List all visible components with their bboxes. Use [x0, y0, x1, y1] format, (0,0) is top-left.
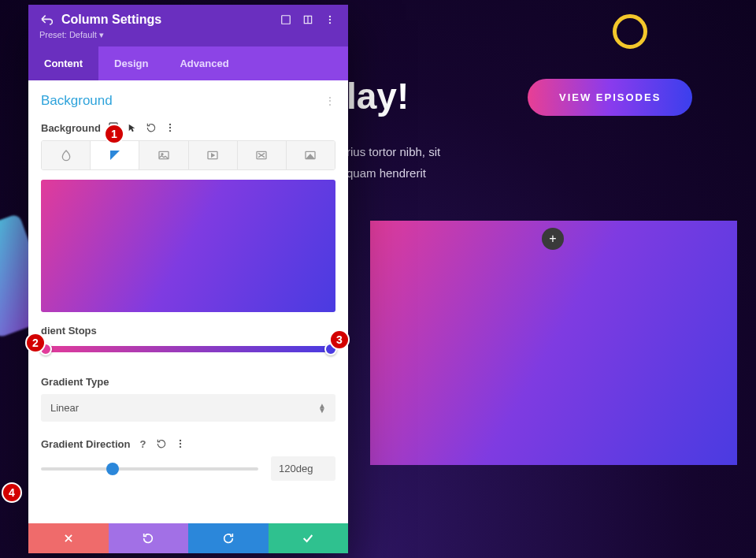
hero-subtitle: rius tortor nibh, sit quam hendrerit [346, 141, 440, 184]
column-gradient-preview[interactable] [370, 221, 737, 465]
tab-content[interactable]: Content [28, 46, 98, 80]
back-icon[interactable] [39, 13, 54, 27]
bg-type-pattern[interactable] [238, 141, 287, 169]
background-type-tabs [41, 140, 335, 170]
svg-point-16 [180, 440, 181, 441]
reset-icon[interactable] [145, 121, 158, 134]
panel-header: Column Settings Preset: Default ▾ [28, 5, 348, 46]
background-field-label: Background [41, 121, 335, 134]
svg-point-7 [169, 124, 171, 125]
bg-type-gradient[interactable] [91, 141, 139, 169]
annotation-badge-2: 2 [25, 333, 46, 353]
decor-ring [613, 14, 647, 49]
gradient-stops-label: dient Stops [41, 325, 335, 337]
column-settings-panel: Column Settings Preset: Default ▾ Conten… [28, 5, 348, 553]
gradient-type-label: Gradient Type [41, 376, 335, 388]
svg-point-8 [169, 127, 171, 128]
svg-rect-0 [282, 16, 291, 24]
annotation-badge-3: 3 [329, 329, 350, 350]
responsive-icon[interactable] [279, 13, 293, 27]
tab-design[interactable]: Design [98, 46, 164, 80]
annotation-badge-1: 1 [104, 124, 124, 144]
svg-point-9 [169, 130, 171, 132]
svg-point-18 [180, 446, 181, 448]
direction-more-icon[interactable] [174, 437, 187, 450]
add-module-button[interactable]: + [542, 228, 564, 250]
bg-type-color[interactable] [42, 141, 91, 169]
more-icon[interactable] [323, 13, 337, 27]
select-arrows-icon: ▲▼ [318, 404, 326, 413]
hero-text: lay! rius tortor nibh, sit quam hendreri… [346, 75, 440, 184]
panel-body: Background ⋮ Background [28, 80, 348, 523]
svg-point-4 [329, 19, 331, 20]
reset-direction-icon[interactable] [155, 437, 168, 450]
gradient-direction-handle[interactable] [106, 463, 119, 475]
svg-point-3 [329, 16, 331, 17]
svg-point-12 [161, 154, 163, 155]
section-background-title[interactable]: Background ⋮ [41, 93, 335, 109]
panel-tabs: Content Design Advanced [28, 46, 348, 80]
redo-button[interactable] [188, 523, 269, 553]
bg-type-video[interactable] [189, 141, 238, 169]
view-episodes-button[interactable]: VIEW EPISODES [528, 79, 692, 116]
panel-title: Column Settings [61, 13, 271, 27]
undo-button[interactable] [109, 523, 189, 553]
field-more-icon[interactable] [164, 121, 176, 134]
tab-advanced[interactable]: Advanced [164, 46, 244, 80]
help-icon[interactable]: ? [136, 437, 149, 450]
svg-point-5 [329, 22, 331, 24]
gradient-direction-input[interactable] [271, 456, 335, 481]
panel-footer [28, 523, 348, 553]
gradient-stops-slider[interactable] [46, 346, 331, 352]
gradient-direction-label: Gradient Direction ? [41, 437, 335, 450]
hover-icon[interactable] [126, 121, 139, 134]
cancel-button[interactable] [28, 523, 109, 553]
gradient-preview[interactable] [41, 180, 335, 312]
svg-point-17 [180, 443, 181, 445]
preset-label[interactable]: Preset: Default ▾ [39, 30, 337, 40]
expand-icon[interactable] [301, 13, 315, 27]
section-more-icon[interactable]: ⋮ [324, 95, 335, 107]
gradient-type-value: Linear [50, 402, 79, 414]
gradient-type-select[interactable]: Linear ▲▼ [41, 394, 335, 422]
confirm-button[interactable] [269, 523, 349, 553]
annotation-badge-4: 4 [2, 482, 22, 503]
hero-title: lay! [346, 75, 440, 117]
bg-type-image[interactable] [139, 141, 188, 169]
bg-type-mask[interactable] [287, 141, 335, 169]
chevron-down-icon: ▾ [99, 30, 104, 39]
gradient-direction-slider[interactable] [41, 467, 258, 471]
